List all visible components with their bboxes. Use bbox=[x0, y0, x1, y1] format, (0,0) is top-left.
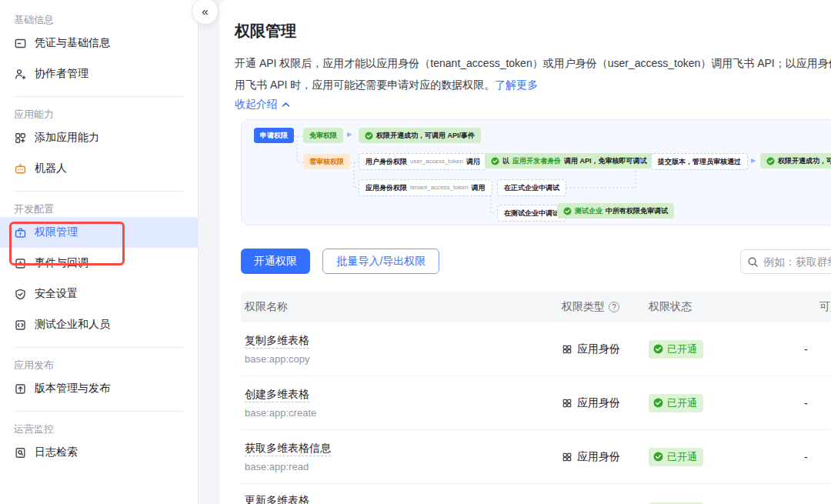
range-value: - bbox=[804, 451, 808, 463]
sidebar-divider bbox=[14, 191, 184, 192]
intro-paragraph: 开通 API 权限后，应用才能以应用身份（tenant_access_token… bbox=[235, 52, 831, 95]
status-badge: 已开通 bbox=[649, 394, 703, 412]
check-circle-icon bbox=[766, 157, 775, 165]
batch-import-export-button[interactable]: 批量导入/导出权限 bbox=[322, 249, 439, 274]
sidebar-divider bbox=[14, 411, 184, 412]
sidebar-section-operation-monitoring: 运营监控 bbox=[0, 419, 198, 437]
shield-check-icon bbox=[14, 288, 27, 301]
flow-submit-review-box: 提交版本，管理员审核通过 bbox=[651, 153, 748, 170]
sidebar-item-log-search[interactable]: 日志检索 bbox=[0, 437, 198, 468]
check-circle-icon bbox=[653, 398, 663, 408]
check-circle-icon bbox=[653, 452, 663, 462]
flow-test-debug-box: 在测试企业中调试 bbox=[497, 205, 566, 222]
header-permission-status: 权限状态 bbox=[639, 300, 793, 314]
sidebar-item-version-management-release[interactable]: 版本管理与发布 bbox=[0, 373, 198, 404]
sidebar-item-label: 安全设置 bbox=[35, 287, 78, 301]
sidebar-item-bot[interactable]: 机器人 bbox=[0, 153, 198, 184]
permission-flow-diagram: 申请权限 免审权限 ▶ 权限开通成功，可调用 API/事件 需审核权限 用户身份… bbox=[241, 119, 831, 225]
open-permission-button[interactable]: 开通权限 bbox=[241, 249, 310, 274]
collapse-sidebar-button[interactable]: « bbox=[192, 0, 219, 25]
sidebar-item-permission-management[interactable]: 权限管理 bbox=[0, 217, 198, 248]
permission-name[interactable]: 获取多维表格信息 bbox=[245, 442, 331, 456]
sidebar-item-label: 权限管理 bbox=[35, 225, 78, 239]
permission-type: 应用身份 bbox=[577, 396, 620, 410]
toolbar: 开通权限 批量导入/导出权限 bbox=[241, 249, 831, 275]
event-plus-icon bbox=[14, 257, 27, 270]
sidebar-item-label: 事件与回调 bbox=[35, 256, 88, 270]
briefcase-lock-icon bbox=[14, 226, 27, 239]
flow-free-badge: 免审权限 bbox=[303, 128, 343, 143]
flow-free-result-box: 权限开通成功，可调用 API/事件 bbox=[359, 128, 481, 143]
robot-icon bbox=[14, 162, 27, 175]
permissions-table: 权限名称 权限类型 ? 权限状态 可用范围 复制多维表格 base:app:co… bbox=[241, 292, 831, 504]
sidebar-item-test-enterprise-personnel[interactable]: 测试企业和人员 bbox=[0, 309, 198, 340]
header-permission-name: 权限名称 bbox=[241, 300, 552, 314]
intro-line-1: 开通 API 权限后，应用才能以应用身份（tenant_access_token… bbox=[235, 52, 831, 74]
chevron-up-icon bbox=[282, 102, 290, 108]
table-header-row: 权限名称 权限类型 ? 权限状态 可用范围 bbox=[241, 292, 831, 322]
flow-prod-debug-box: 在正式企业中调试 bbox=[497, 179, 566, 196]
id-card-icon bbox=[14, 37, 27, 50]
permission-name[interactable]: 复制多维表格 bbox=[245, 334, 309, 349]
learn-more-link[interactable]: 了解更多 bbox=[495, 78, 538, 91]
sidebar-item-credentials-basic-info[interactable]: 凭证与基础信息 bbox=[0, 28, 198, 58]
permission-type: 应用身份 bbox=[577, 342, 620, 356]
intro-line-2: 用飞书 API 时，应用可能还需要申请对应的数据权限。了解更多 bbox=[235, 74, 831, 95]
check-circle-icon bbox=[653, 344, 663, 354]
sidebar-item-label: 添加应用能力 bbox=[35, 131, 99, 145]
sidebar-section-app-release: 应用发布 bbox=[0, 355, 198, 373]
check-circle-icon bbox=[563, 207, 572, 215]
help-icon[interactable]: ? bbox=[609, 302, 619, 312]
grid-icon bbox=[562, 344, 572, 355]
table-row[interactable]: 获取多维表格信息 base:app:read 应用身份 已开通 - bbox=[241, 430, 831, 484]
flow-tenant-token-box: 应用身份权限 tenant_access_token 调用 bbox=[359, 179, 492, 196]
person-add-icon bbox=[14, 68, 27, 81]
sidebar-item-label: 版本管理与发布 bbox=[35, 382, 110, 396]
permission-scope: base:app:copy bbox=[245, 353, 552, 365]
code-icon bbox=[14, 319, 27, 332]
permission-search-box[interactable] bbox=[740, 249, 831, 274]
sidebar-item-collaborator-management[interactable]: 协作者管理 bbox=[0, 58, 198, 89]
flow-final-result-box: 权限开通成功，可调用 A bbox=[760, 153, 831, 169]
log-search-icon bbox=[14, 446, 27, 459]
header-permission-type: 权限类型 ? bbox=[552, 300, 639, 314]
sidebar-item-label: 协作者管理 bbox=[35, 67, 88, 81]
sidebar-section-basic-info: 基础信息 bbox=[0, 9, 198, 28]
arrow-right-icon: ▶ bbox=[476, 157, 480, 164]
range-value: - bbox=[804, 343, 808, 355]
main-content: 权限管理 开通 API 权限后，应用才能以应用身份（tenant_access_… bbox=[219, 0, 831, 504]
status-badge: 已开通 bbox=[649, 340, 703, 359]
permission-name[interactable]: 更新多维表格 bbox=[245, 494, 309, 504]
range-value: - bbox=[804, 397, 808, 409]
table-row[interactable]: 更新多维表格 已开通 bbox=[241, 484, 831, 504]
upload-icon bbox=[14, 382, 27, 396]
sidebar-divider bbox=[14, 96, 184, 97]
grid-icon bbox=[562, 398, 572, 409]
flow-test-result-box: 测试企业中所有权限免审调试 bbox=[557, 203, 674, 219]
search-input[interactable] bbox=[763, 255, 831, 268]
sidebar-item-add-app-capability[interactable]: 添加应用能力 bbox=[0, 122, 198, 153]
collapse-intro-link[interactable]: 收起介绍 bbox=[235, 97, 831, 112]
sidebar-item-label: 测试企业和人员 bbox=[35, 318, 110, 332]
status-badge: 已开通 bbox=[649, 448, 703, 466]
flow-user-token-box: 用户身份权限 user_access_token 调用 bbox=[359, 153, 487, 170]
search-icon bbox=[747, 256, 759, 268]
check-circle-icon bbox=[365, 132, 373, 140]
header-available-range: 可用范围 bbox=[793, 300, 831, 314]
arrow-right-icon: ▶ bbox=[347, 131, 352, 138]
table-row[interactable]: 复制多维表格 base:app:copy 应用身份 已开通 - bbox=[241, 322, 831, 376]
arrow-right-icon: ▶ bbox=[751, 157, 756, 164]
sidebar-item-security-settings[interactable]: 安全设置 bbox=[0, 279, 198, 309]
permission-scope: base:app:create bbox=[245, 407, 552, 419]
check-circle-icon bbox=[491, 157, 499, 165]
sidebar-item-label: 日志检索 bbox=[35, 446, 78, 459]
sidebar-item-label: 凭证与基础信息 bbox=[35, 36, 110, 50]
sidebar-section-app-capability: 应用能力 bbox=[0, 104, 198, 122]
permission-name[interactable]: 创建多维表格 bbox=[245, 388, 309, 402]
sidebar-item-events-callbacks[interactable]: 事件与回调 bbox=[0, 248, 198, 279]
sidebar-divider bbox=[14, 347, 184, 348]
table-row[interactable]: 创建多维表格 base:app:create 应用身份 已开通 - bbox=[241, 376, 831, 430]
double-chevron-left-icon: « bbox=[202, 5, 208, 18]
page-title: 权限管理 bbox=[235, 20, 831, 42]
sidebar-section-dev-config: 开发配置 bbox=[0, 199, 198, 217]
